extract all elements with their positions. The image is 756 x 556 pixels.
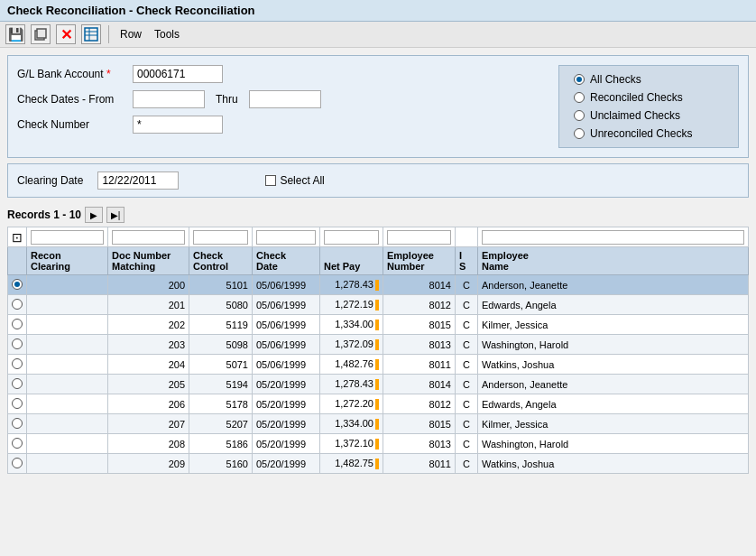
row-menu[interactable]: Row	[116, 26, 145, 42]
radio-reconciled-checks[interactable]: Reconciled Checks	[574, 91, 724, 104]
row-doc-number-matching: 203	[108, 335, 189, 355]
radio-unclaimed-checks[interactable]: Unclaimed Checks	[574, 109, 724, 122]
row-employee-name: Anderson, Jeanette	[478, 275, 749, 295]
select-all-checkbox-wrap[interactable]: Select All	[265, 174, 324, 187]
row-recon-clearing	[27, 454, 108, 474]
row-check-date: 05/20/1999	[253, 414, 320, 434]
gl-bank-account-label: G/L Bank Account *	[17, 68, 125, 80]
row-recon-clearing	[27, 434, 108, 454]
row-recon-clearing	[27, 375, 108, 394]
row-net-pay: 1,272.19	[320, 295, 383, 315]
row-radio-cell[interactable]	[8, 454, 27, 474]
row-is: C	[456, 295, 478, 315]
row-radio[interactable]	[12, 438, 23, 449]
row-net-pay: 1,334.00	[320, 414, 383, 434]
row-radio-cell[interactable]	[8, 355, 27, 375]
delete-button[interactable]: ✕	[56, 24, 76, 44]
row-recon-clearing	[27, 414, 108, 434]
row-employee-number: 8012	[383, 394, 456, 414]
page-title: Check Reconciliation - Check Reconciliat…	[7, 4, 255, 17]
orange-indicator	[375, 459, 379, 469]
filter-doc-input[interactable]	[112, 230, 185, 245]
row-employee-number: 8012	[383, 295, 456, 315]
check-number-input[interactable]	[133, 116, 223, 134]
data-table: ⊡	[7, 227, 749, 474]
row-radio[interactable]	[12, 398, 23, 409]
row-employee-number: 8015	[383, 315, 456, 335]
row-radio-cell[interactable]	[8, 394, 27, 414]
table-button[interactable]	[81, 24, 101, 44]
row-radio-cell[interactable]	[8, 315, 27, 335]
row-is: C	[456, 355, 478, 375]
row-doc-number-matching: 208	[108, 434, 189, 454]
row-check-date: 05/06/1999	[253, 315, 320, 335]
row-check-date: 05/20/1999	[253, 434, 320, 454]
svg-rect-1	[37, 29, 46, 38]
row-employee-name: Washington, Harold	[478, 434, 749, 454]
filter-emp-num-input[interactable]	[387, 230, 451, 245]
next-page-button[interactable]: ▶	[85, 207, 103, 223]
row-radio-cell[interactable]	[8, 414, 27, 434]
row-recon-clearing	[27, 394, 108, 414]
copy-icon	[33, 27, 48, 42]
row-employee-name: Edwards, Angela	[478, 394, 749, 414]
toolbar: 💾 ✕ Row Tools	[0, 22, 756, 48]
filter-check-date-input[interactable]	[256, 230, 316, 245]
gl-bank-account-input[interactable]	[133, 65, 223, 83]
table-row: 200510105/06/19991,278.438014CAnderson, …	[8, 275, 749, 295]
filter-icon: ⊡	[12, 230, 23, 245]
row-radio-cell[interactable]	[8, 434, 27, 454]
row-radio[interactable]	[12, 279, 23, 290]
orange-indicator	[375, 339, 379, 350]
row-is: C	[456, 454, 478, 474]
tools-menu[interactable]: Tools	[151, 26, 183, 42]
filter-emp-name-input[interactable]	[482, 230, 744, 245]
row-radio-cell[interactable]	[8, 295, 27, 315]
check-date-thru-input[interactable]	[249, 90, 321, 108]
row-radio[interactable]	[12, 358, 23, 369]
row-doc-number-matching: 205	[108, 375, 189, 394]
row-check-control: 5119	[189, 315, 253, 335]
row-radio[interactable]	[12, 299, 23, 310]
filter-cell-emp-name	[478, 227, 749, 247]
table-row: 201508005/06/19991,272.198012CEdwards, A…	[8, 295, 749, 315]
orange-indicator	[375, 439, 379, 449]
clearing-date-input[interactable]	[97, 171, 179, 190]
copy-button[interactable]	[31, 24, 51, 44]
save-button[interactable]: 💾	[5, 24, 25, 44]
row-recon-clearing	[27, 335, 108, 355]
radio-unclaimed-checks-label: Unclaimed Checks	[590, 109, 680, 122]
check-date-from-input[interactable]	[133, 90, 205, 108]
row-radio[interactable]	[12, 418, 23, 429]
select-all-checkbox[interactable]	[265, 175, 276, 186]
th-is: IS	[456, 247, 478, 275]
row-radio[interactable]	[12, 338, 23, 349]
filter-cell-is	[456, 227, 478, 247]
last-page-button[interactable]: ▶|	[106, 207, 124, 223]
row-radio-cell[interactable]	[8, 335, 27, 355]
table-row: 204507105/06/19991,482.768011CWatkins, J…	[8, 355, 749, 375]
row-radio-cell[interactable]	[8, 375, 27, 394]
row-check-control: 5098	[189, 335, 253, 355]
row-radio-cell[interactable]	[8, 275, 27, 295]
records-bar: Records 1 - 10 ▶ ▶|	[7, 203, 749, 227]
check-dates-row: Check Dates - From Thru	[17, 90, 551, 108]
filter-recon-input[interactable]	[31, 230, 104, 245]
radio-unreconciled-checks[interactable]: Unreconciled Checks	[574, 127, 724, 140]
row-net-pay: 1,482.76	[320, 355, 383, 375]
clearing-date-label: Clearing Date	[17, 174, 83, 187]
radio-all-checks[interactable]: All Checks	[574, 73, 724, 86]
row-doc-number-matching: 202	[108, 315, 189, 335]
radio-reconciled-checks-indicator	[574, 92, 585, 103]
filter-net-pay-input[interactable]	[324, 230, 379, 245]
row-radio[interactable]	[12, 458, 23, 468]
row-is: C	[456, 335, 478, 355]
row-radio[interactable]	[12, 378, 23, 389]
filter-check-ctrl-input[interactable]	[193, 230, 248, 245]
row-radio[interactable]	[12, 319, 23, 329]
thru-label: Thru	[216, 93, 238, 106]
orange-indicator	[375, 379, 379, 390]
th-check-date: CheckDate	[253, 247, 320, 275]
row-is: C	[456, 434, 478, 454]
orange-indicator	[375, 419, 379, 430]
